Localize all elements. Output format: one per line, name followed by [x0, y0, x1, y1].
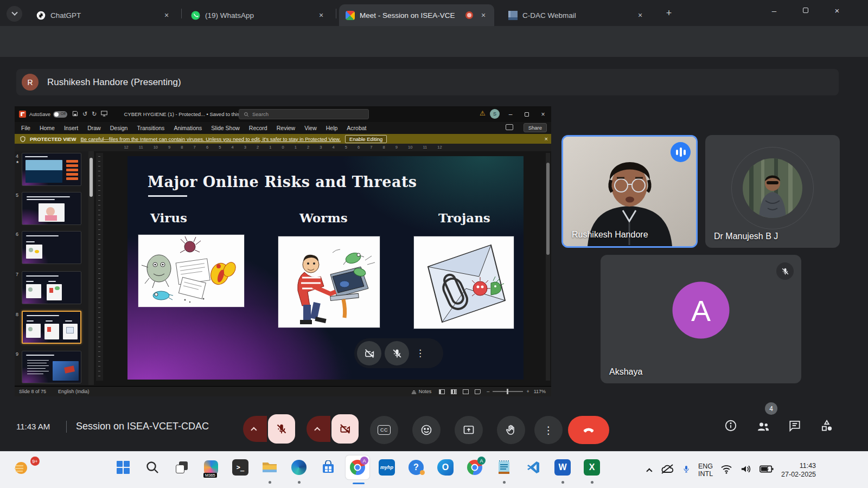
window-minimize-button[interactable]: – [762, 0, 787, 21]
zoom-in-button[interactable]: + [526, 389, 529, 394]
tab-cdac-webmail[interactable]: C-DAC Webmail × [502, 4, 651, 26]
tab-whatsapp[interactable]: (19) WhatsApp × [184, 4, 332, 26]
ppt-search-box[interactable]: Search [239, 109, 369, 119]
menu-design[interactable]: Design [110, 125, 128, 131]
captions-button[interactable]: CC [370, 416, 398, 444]
present-screen-button[interactable] [455, 416, 483, 444]
menu-review[interactable]: Review [277, 125, 295, 131]
raise-hand-button[interactable] [497, 416, 525, 444]
close-icon[interactable]: × [161, 10, 172, 21]
thumbnail-scrollbar[interactable] [88, 151, 94, 385]
edge-icon[interactable] [287, 455, 311, 479]
menu-slideshow[interactable]: Slide Show [211, 125, 240, 131]
slide-thumb-8-selected[interactable] [22, 311, 81, 344]
camera-off-button[interactable] [331, 414, 359, 444]
get-help-icon[interactable]: ? [404, 455, 428, 479]
mic-off-overlay-icon[interactable] [385, 341, 409, 365]
menu-record[interactable]: Record [249, 125, 267, 131]
notepad-icon[interactable] [492, 455, 516, 479]
menu-view[interactable]: View [304, 125, 317, 131]
slide-thumb-5[interactable] [22, 192, 81, 225]
file-explorer-icon[interactable] [258, 455, 282, 479]
end-call-button[interactable] [568, 416, 609, 444]
normal-view-button[interactable] [439, 389, 445, 394]
overlay-more-icon[interactable]: ⋮ [416, 348, 425, 359]
close-icon[interactable]: × [545, 136, 548, 142]
enable-editing-button[interactable]: Enable Editing [345, 135, 387, 143]
excel-icon[interactable]: X [580, 455, 604, 479]
myhp-icon[interactable]: myhp [375, 455, 399, 479]
slide-thumb-6[interactable] [22, 231, 81, 264]
undo-icon[interactable]: ↺ [82, 111, 87, 118]
slide-thumb-7[interactable] [22, 271, 81, 304]
tab-meet-active[interactable]: Meet - Session on ISEA-VCE × [339, 4, 494, 26]
ppt-close-button[interactable]: × [535, 106, 551, 122]
comments-icon[interactable] [506, 124, 513, 130]
ppt-restore-button[interactable] [519, 106, 535, 122]
window-restore-button[interactable] [793, 0, 818, 21]
vscode-icon[interactable] [521, 455, 545, 479]
widgets-weather-icon[interactable]: 9+ [10, 455, 34, 479]
tab-search-button[interactable] [7, 6, 22, 22]
office-account-avatar[interactable]: S [490, 109, 500, 119]
menu-transitions[interactable]: Transitions [137, 125, 164, 131]
zoom-out-button[interactable]: – [487, 389, 489, 394]
terminal-icon[interactable]: >_ [228, 455, 252, 479]
slide-sorter-view-button[interactable] [451, 389, 457, 394]
menu-insert[interactable]: Insert [64, 125, 78, 131]
close-icon[interactable]: × [635, 10, 646, 21]
menu-animations[interactable]: Animations [174, 125, 202, 131]
camera-off-overlay-icon[interactable] [357, 341, 381, 365]
language-indicator[interactable]: English (India) [58, 389, 90, 394]
camera-options-button[interactable] [307, 416, 330, 442]
word-icon[interactable]: W [551, 455, 575, 479]
tab-chatgpt[interactable]: ChatGPT × [30, 4, 177, 26]
participant-tile-rushikesh[interactable]: Rushikesh Handore [561, 135, 698, 248]
window-close-button[interactable]: × [825, 0, 850, 21]
slide-thumb-9[interactable] [22, 351, 81, 383]
search-icon[interactable] [141, 455, 164, 479]
save-icon[interactable] [72, 111, 78, 118]
chrome-icon-active[interactable]: A [346, 455, 369, 479]
hidden-icons-chevron[interactable] [646, 468, 652, 474]
outlook-icon[interactable]: O [433, 455, 457, 479]
notes-button[interactable]: Notes [411, 389, 432, 394]
participant-tile-akshaya[interactable]: A Akshaya [601, 255, 801, 383]
menu-acrobat[interactable]: Acrobat [347, 125, 366, 131]
mic-options-button[interactable] [243, 416, 267, 442]
more-options-button[interactable]: ⋮ [534, 416, 563, 444]
share-button[interactable]: Share [524, 123, 547, 132]
zoom-percent[interactable]: 117% [534, 389, 546, 394]
close-icon[interactable]: × [478, 10, 489, 21]
battery-icon[interactable] [760, 465, 774, 476]
participant-tile-manujesh[interactable]: Dr Manujesh B J [705, 135, 840, 248]
meeting-details-button[interactable] [724, 419, 739, 434]
language-indicator[interactable]: ENGINTL [698, 463, 713, 478]
start-button[interactable] [111, 455, 135, 479]
slide-scrollbar[interactable] [546, 153, 550, 381]
new-tab-button[interactable]: + [661, 5, 677, 21]
wifi-icon[interactable] [720, 464, 732, 476]
slideshow-icon[interactable] [101, 111, 107, 118]
activities-button[interactable] [820, 419, 835, 434]
chrome-secondary-icon[interactable]: A [463, 455, 487, 479]
chat-button[interactable] [788, 419, 803, 434]
mic-off-button[interactable] [268, 414, 295, 444]
task-view-icon[interactable] [170, 455, 194, 479]
menu-file[interactable]: File [21, 125, 30, 131]
slide-thumb-4[interactable] [22, 153, 81, 186]
close-icon[interactable]: × [316, 10, 327, 21]
zoom-slider[interactable] [493, 391, 523, 392]
slideshow-view-button[interactable] [475, 389, 481, 394]
clock[interactable]: 11:4327-02-2025 [781, 461, 816, 479]
volume-icon[interactable] [740, 464, 752, 476]
microsoft-store-icon[interactable] [316, 455, 340, 479]
menu-help[interactable]: Help [326, 125, 338, 131]
people-button[interactable] [756, 419, 771, 434]
autosave-toggle[interactable]: Off [53, 111, 67, 118]
reactions-button[interactable] [412, 416, 441, 444]
redo-icon[interactable]: ↻ [92, 111, 97, 118]
menu-draw[interactable]: Draw [87, 125, 101, 131]
reading-view-button[interactable] [463, 389, 469, 394]
menu-home[interactable]: Home [40, 125, 55, 131]
